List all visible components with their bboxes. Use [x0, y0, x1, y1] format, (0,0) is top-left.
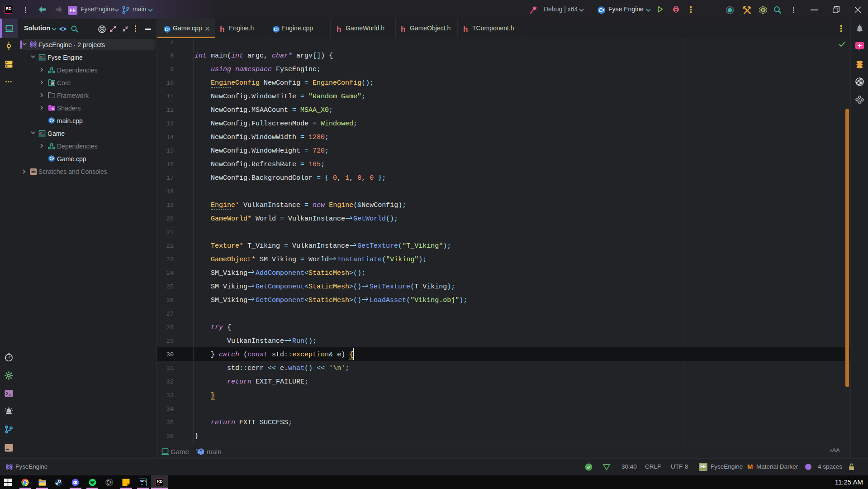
- svg-text:C: C: [274, 27, 278, 32]
- svg-text:C: C: [599, 7, 603, 14]
- svg-text:C: C: [165, 27, 169, 32]
- svg-text:c+: c+: [40, 131, 44, 135]
- svg-text:c+: c+: [40, 55, 44, 59]
